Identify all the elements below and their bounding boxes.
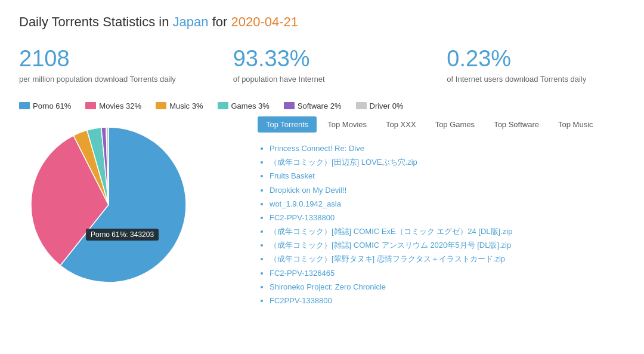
legend-label: Music 3% [169, 101, 203, 110]
stat-block-2: 0.23% of Internet users download Torrent… [447, 47, 625, 85]
legend-color [156, 102, 166, 109]
legend-item: Games 3% [218, 101, 270, 110]
main-content: Porno 61%: 343203 Top TorrentsTop Movies… [19, 116, 625, 309]
pie-container: Porno 61%: 343203 [19, 116, 210, 295]
stat-label-0: per million population download Torrents… [19, 74, 197, 85]
legend-label: Software 2% [298, 101, 342, 110]
legend-color [356, 102, 367, 109]
title-date: 2020-04-21 [231, 14, 298, 29]
stat-label-1: of population have Internet [233, 74, 411, 85]
chart-area: Porno 61%: 343203 [19, 116, 246, 295]
tab-button[interactable]: Top Music [550, 116, 602, 133]
legend-item: Movies 32% [85, 101, 141, 110]
tab-button[interactable]: Top Movies [319, 116, 375, 133]
tab-button[interactable]: Top Torrents [258, 116, 317, 133]
title-prefix: Daily Torrents Statistics in [19, 14, 173, 29]
tabs-row: Top TorrentsTop MoviesTop XXXTop GamesTo… [258, 116, 625, 133]
legend-item: Software 2% [284, 101, 342, 110]
list-item[interactable]: FC2-PPV-1326465 [270, 268, 625, 279]
legend-label: Games 3% [231, 101, 270, 110]
list-item[interactable]: Princess Connect! Re: Dive [270, 143, 625, 154]
list-item[interactable]: （成年コミック）[雑誌] COMIC ExE（コミック エグゼ）24 [DL版]… [270, 226, 625, 237]
list-item[interactable]: wot_1.9.0.1942_asia [270, 199, 625, 210]
list-item[interactable]: （成年コミック）[田辺京] LOVEぶち穴.zip [270, 157, 625, 168]
legend-item: Driver 0% [356, 101, 404, 110]
stats-row: 2108 per million population download Tor… [19, 47, 625, 85]
title-country: Japan [173, 14, 209, 29]
right-panel: Top TorrentsTop MoviesTop XXXTop GamesTo… [258, 116, 625, 309]
legend-color [284, 102, 295, 109]
pie-chart [19, 116, 204, 295]
legend-label: Driver 0% [370, 101, 404, 110]
tab-button[interactable]: Top Software [485, 116, 547, 133]
stat-number-2: 0.23% [447, 47, 625, 72]
list-item[interactable]: FC2-PPV-1338800 [270, 213, 625, 223]
legend-color [19, 102, 30, 109]
legend-color [218, 102, 228, 109]
stat-number-0: 2108 [19, 47, 197, 72]
list-item[interactable]: （成年コミック）[翠野タヌキ] 恋情フラクタス＋イラストカード.zip [270, 254, 625, 264]
legend-item: Porno 61% [19, 101, 71, 110]
tab-button[interactable]: Top XXX [377, 116, 425, 133]
torrent-list: Princess Connect! Re: Dive（成年コミック）[田辺京] … [258, 143, 625, 306]
list-item[interactable]: Shironeko Project: Zero Chronicle [270, 282, 625, 293]
title-middle: for [209, 14, 231, 29]
list-item[interactable]: Dropkick on My Devil!! [270, 185, 625, 196]
legend-row: Porno 61%Movies 32%Music 3%Games 3%Softw… [19, 101, 625, 110]
list-item[interactable]: （成年コミック）[雑誌] COMIC アンスリウム 2020年5月号 [DL版]… [270, 240, 625, 251]
list-item[interactable]: Fruits Basket [270, 171, 625, 181]
tab-button[interactable]: Top Games [427, 116, 483, 133]
legend-label: Porno 61% [33, 101, 71, 110]
stat-block-1: 93.33% of population have Internet [233, 47, 411, 85]
legend-color [85, 102, 96, 109]
legend-item: Music 3% [156, 101, 203, 110]
stat-block-0: 2108 per million population download Tor… [19, 47, 197, 85]
stat-label-2: of Internet users download Torrents dail… [447, 74, 625, 85]
legend-label: Movies 32% [99, 101, 141, 110]
page-title: Daily Torrents Statistics in Japan for 2… [19, 14, 625, 30]
list-item[interactable]: FC2PPV-1338800 [270, 295, 625, 306]
stat-number-1: 93.33% [233, 47, 411, 72]
